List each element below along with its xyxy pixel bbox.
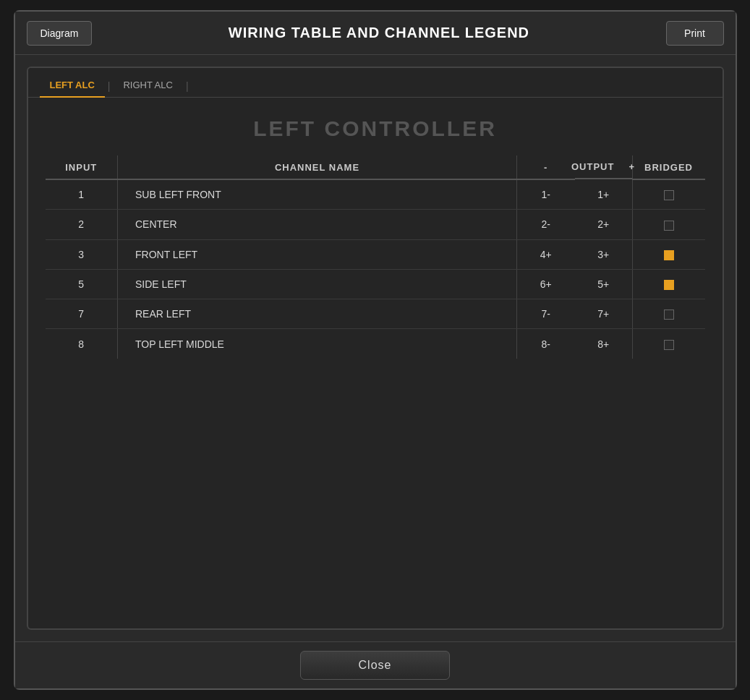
close-button[interactable]: Close [300, 651, 451, 680]
cell-input: 8 [46, 329, 118, 359]
cell-out-plus: 5+ [575, 269, 633, 299]
cell-out-plus: 1+ [575, 179, 633, 210]
cell-out-minus: 6+ [517, 269, 575, 299]
tab-right-alc[interactable]: RIGHT ALC [113, 75, 182, 98]
header-bridged: BRIDGED [633, 155, 705, 179]
cell-out-plus: 7+ [575, 299, 633, 329]
tab-divider-2: | [186, 80, 189, 92]
cell-channel: FRONT LEFT [118, 239, 517, 269]
cell-bridged[interactable] [633, 269, 705, 299]
cell-bridged[interactable] [633, 239, 705, 269]
bridged-checkbox[interactable] [664, 190, 674, 200]
cell-channel: SIDE LEFT [118, 269, 517, 299]
title-bar: Diagram WIRING TABLE AND CHANNEL LEGEND … [15, 12, 736, 55]
cell-channel: REAR LEFT [118, 299, 517, 329]
main-window: Diagram WIRING TABLE AND CHANNEL LEGEND … [14, 10, 737, 690]
cell-input: 2 [46, 210, 118, 239]
cell-input: 1 [46, 179, 118, 210]
header-output-minus: - [517, 155, 575, 179]
header-input: INPUT [46, 155, 118, 179]
cell-bridged[interactable] [633, 210, 705, 239]
cell-channel: SUB LEFT FRONT [118, 179, 517, 210]
tab-left-alc[interactable]: LEFT ALC [40, 75, 105, 98]
diagram-button[interactable]: Diagram [27, 21, 93, 46]
bridged-checkbox[interactable] [664, 221, 674, 231]
table-row: 3 FRONT LEFT 4+ 3+ [46, 239, 705, 269]
cell-out-plus: 8+ [575, 329, 633, 359]
tab-divider: | [108, 80, 111, 92]
cell-input: 7 [46, 299, 118, 329]
cell-out-minus: 7- [517, 299, 575, 329]
table-row: 8 TOP LEFT MIDDLE 8- 8+ [46, 329, 705, 359]
cell-bridged[interactable] [633, 179, 705, 210]
cell-out-minus: 2- [517, 210, 575, 239]
print-button[interactable]: Print [666, 21, 724, 46]
cell-channel: TOP LEFT MIDDLE [118, 329, 517, 359]
table-row: 1 SUB LEFT FRONT 1- 1+ [46, 179, 705, 210]
cell-bridged[interactable] [633, 329, 705, 359]
footer-bar: Close [15, 641, 736, 688]
cell-input: 5 [46, 269, 118, 299]
header-output-label: OUTPUT + [575, 155, 633, 179]
table-row: 2 CENTER 2- 2+ [46, 210, 705, 239]
cell-out-minus: 8- [517, 329, 575, 359]
tabs-row: LEFT ALC | RIGHT ALC | [28, 68, 723, 98]
inner-panel: LEFT ALC | RIGHT ALC | LEFT CONTROLLER I… [27, 67, 724, 630]
cell-out-plus: 2+ [575, 210, 633, 239]
bridged-checkbox[interactable] [664, 250, 674, 260]
header-output-text: OUTPUT [571, 161, 614, 172]
table-row: 5 SIDE LEFT 6+ 5+ [46, 269, 705, 299]
bridged-checkbox[interactable] [664, 310, 674, 320]
header-channel-name: CHANNEL NAME [118, 155, 517, 179]
cell-out-minus: 1- [517, 179, 575, 210]
cell-input: 3 [46, 239, 118, 269]
cell-out-minus: 4+ [517, 239, 575, 269]
controller-title: LEFT CONTROLLER [46, 116, 705, 141]
table-container: LEFT CONTROLLER INPUT CHANNEL NAME - OUT… [28, 98, 723, 628]
header-output-plus-text: + [628, 161, 635, 172]
cell-channel: CENTER [118, 210, 517, 239]
page-title: WIRING TABLE AND CHANNEL LEGEND [92, 25, 665, 41]
table-row: 7 REAR LEFT 7- 7+ [46, 299, 705, 329]
wiring-table: INPUT CHANNEL NAME - OUTPUT + BRIDGED 1 [46, 155, 705, 359]
bridged-checkbox[interactable] [664, 340, 674, 350]
cell-out-plus: 3+ [575, 239, 633, 269]
bridged-checkbox[interactable] [664, 280, 674, 290]
content-area: LEFT ALC | RIGHT ALC | LEFT CONTROLLER I… [15, 55, 736, 641]
cell-bridged[interactable] [633, 299, 705, 329]
